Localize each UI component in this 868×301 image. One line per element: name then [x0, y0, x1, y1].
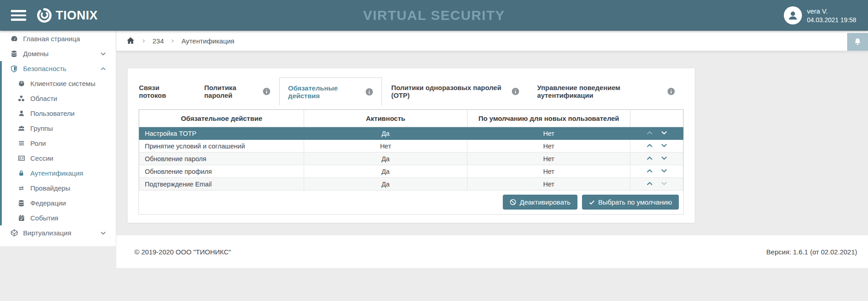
chevron-up-icon: [100, 66, 106, 72]
move-down-icon[interactable]: [661, 142, 668, 149]
move-down-icon[interactable]: [661, 129, 668, 136]
user-icon: [17, 110, 26, 117]
brand-name: TIONIX: [56, 9, 98, 23]
sidebar-item-label: Безопасность: [23, 65, 67, 72]
table-row[interactable]: Подтверждение Email Да Нет: [139, 178, 683, 191]
sidebar-item-users[interactable]: Пользователи: [2, 106, 116, 121]
check-icon: [589, 199, 595, 205]
tab-otp-policies[interactable]: Политики одноразовых паролей (OTP): [382, 77, 528, 105]
app-logo[interactable]: TIONIX: [36, 7, 98, 24]
breadcrumb-item-realm[interactable]: 234: [153, 37, 164, 45]
table-row[interactable]: Обновление пароля Да Нет: [139, 153, 683, 165]
virtualization-icon: [10, 229, 19, 237]
user-menu[interactable]: vera V. 04.03.2021 19:58: [784, 0, 856, 31]
sidebar-item-virtualization[interactable]: Виртуализация: [0, 225, 116, 240]
column-header-action: Обязательное действие: [139, 110, 304, 127]
required-actions-panel: Обязательное действие Активность По умол…: [138, 109, 684, 215]
sidebar-item-label: Группы: [30, 124, 53, 132]
move-up-icon[interactable]: [646, 155, 653, 162]
column-header-default: По умолчанию для новых пользователей: [467, 110, 630, 127]
sidebar-item-label: Федерации: [30, 199, 66, 207]
sidebar-item-realms[interactable]: Области: [2, 91, 116, 106]
sidebar-item-authentication[interactable]: Аутентификация: [2, 166, 116, 181]
tionix-logo-icon: [36, 7, 52, 24]
copyright-text: © 2019-2020 ООО "ТИОНИКС": [134, 248, 231, 256]
sidebar-item-groups[interactable]: Группы: [2, 121, 116, 136]
sidebar-item-roles[interactable]: Роли: [2, 136, 116, 151]
sidebar: Главная страница Домены Безопасность: [0, 31, 116, 246]
chevron-down-icon: [100, 51, 106, 57]
top-bar: TIONIX VIRTUAL SECURITY vera V. 04.03.20…: [0, 0, 868, 31]
authentication-card: Связи потоков Политика паролей Обязатель…: [127, 68, 695, 223]
tab-required-actions[interactable]: Обязательные действия: [279, 77, 382, 105]
avatar: [784, 6, 802, 24]
list-icon: [17, 140, 26, 147]
notifications-button[interactable]: [847, 33, 868, 51]
sidebar-item-label: Виртуализация: [23, 229, 72, 237]
sidebar-item-label: Провайдеры: [30, 184, 70, 192]
move-up-icon[interactable]: [646, 129, 653, 136]
move-down-icon[interactable]: [661, 167, 668, 174]
sidebar-item-security[interactable]: Безопасность: [2, 61, 116, 76]
tab-bar: Связи потоков Политика паролей Обязатель…: [138, 77, 684, 105]
move-up-icon[interactable]: [646, 167, 653, 174]
sidebar-item-client-systems[interactable]: Клиентские системы: [2, 76, 116, 91]
ban-icon: [510, 199, 516, 205]
chevron-right-icon: [171, 38, 175, 43]
deactivate-button[interactable]: Деактивировать: [503, 195, 577, 210]
row-reorder-cell: [630, 127, 683, 140]
tab-auth-behavior[interactable]: Управление поведением аутентификации: [528, 77, 684, 105]
sidebar-item-sessions[interactable]: Сессии: [2, 151, 116, 166]
home-icon[interactable]: [126, 37, 135, 45]
bell-icon: [853, 37, 862, 47]
info-icon: [512, 88, 519, 95]
info-icon: [668, 88, 675, 95]
exchange-icon: [17, 185, 26, 191]
sidebar-item-label: Сессии: [30, 154, 53, 162]
info-icon: [366, 88, 373, 96]
version-text: Версия: 1.6.1 (от 02.02.2021): [766, 248, 857, 256]
sidebar-item-label: События: [30, 214, 58, 222]
required-actions-table: Обязательное действие Активность По умол…: [139, 110, 683, 191]
user-name: vera V.: [807, 7, 856, 15]
sidebar-item-label: Клиентские системы: [30, 80, 95, 87]
security-section: Безопасность Клиентские системы: [0, 61, 116, 225]
cubes-icon: [17, 95, 26, 102]
tab-password-policy[interactable]: Политика паролей: [195, 77, 279, 105]
dashboard-icon: [10, 35, 19, 43]
id-card-icon: [17, 155, 26, 162]
sidebar-item-providers[interactable]: Провайдеры: [2, 181, 116, 196]
move-up-icon[interactable]: [646, 142, 653, 149]
move-up-icon[interactable]: [646, 180, 653, 187]
sidebar-item-label: Области: [30, 95, 57, 102]
move-down-icon[interactable]: [661, 155, 668, 162]
cube-icon: [17, 80, 26, 87]
database-icon: [10, 50, 19, 57]
move-down-icon[interactable]: [661, 180, 668, 187]
sidebar-item-federations[interactable]: Федерации: [2, 196, 116, 210]
shield-icon: [10, 65, 19, 72]
page-title: VIRTUAL SECURITY: [363, 8, 505, 23]
chevron-down-icon: [100, 230, 106, 236]
sidebar-item-domains[interactable]: Домены: [0, 46, 116, 61]
sidebar-item-label: Пользователи: [30, 110, 75, 117]
sidebar-item-label: Аутентификация: [30, 169, 83, 177]
column-header-reorder: [630, 110, 683, 127]
row-reorder-cell: [630, 140, 683, 153]
set-default-button[interactable]: Выбрать по умолчанию: [582, 195, 679, 210]
sidebar-item-label: Главная страница: [23, 35, 80, 43]
breadcrumb-item-current[interactable]: Аутентификация: [181, 37, 234, 45]
sidebar-item-home[interactable]: Главная страница: [0, 31, 116, 46]
users-icon: [17, 125, 26, 132]
user-datetime: 04.03.2021 19:58: [807, 16, 856, 24]
info-icon: [263, 88, 270, 95]
table-row[interactable]: Принятие условий и соглашений Нет Нет: [139, 140, 683, 153]
table-row[interactable]: Настройка TOTP Да Нет: [139, 127, 683, 140]
chevron-right-icon: [142, 38, 146, 43]
table-row[interactable]: Обновление профиля Да Нет: [139, 165, 683, 178]
calendar-check-icon: [17, 215, 26, 221]
tab-flow-bindings[interactable]: Связи потоков: [138, 77, 195, 105]
lock-icon: [17, 170, 26, 177]
menu-icon[interactable]: [11, 8, 26, 23]
sidebar-item-events[interactable]: События: [2, 210, 116, 225]
